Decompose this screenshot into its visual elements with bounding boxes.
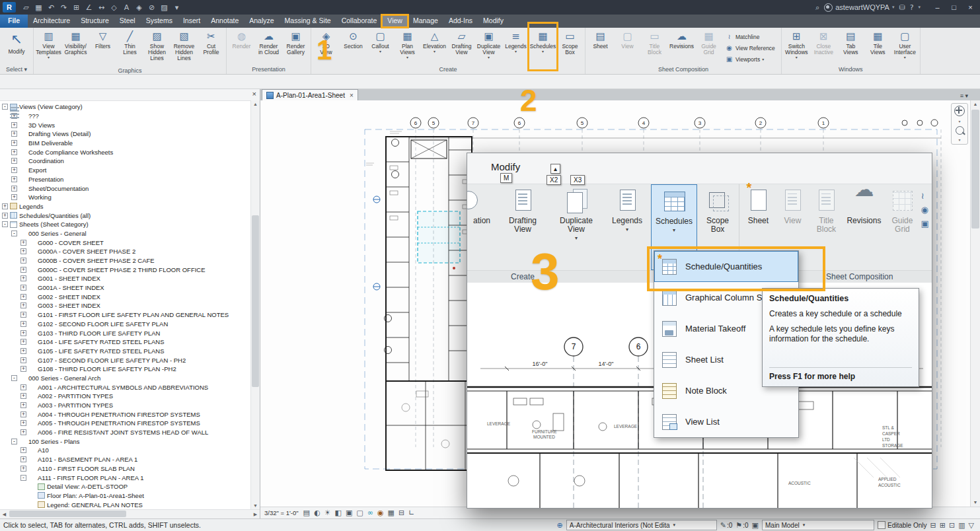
select-underlay-icon[interactable]: ▥ bbox=[958, 521, 965, 530]
tree-expander[interactable]: - bbox=[20, 475, 26, 481]
browser-close-icon[interactable]: × bbox=[252, 90, 256, 98]
tab-manage[interactable]: Manage bbox=[408, 15, 443, 28]
tree-expander[interactable]: + bbox=[11, 167, 17, 173]
reveal-hidden-elements-icon[interactable]: ◉ bbox=[377, 509, 384, 517]
tree-item[interactable]: + A004 - THROUGH PENETRATION FIRESTOP SY… bbox=[0, 409, 260, 419]
tree-expander[interactable]: - bbox=[11, 375, 17, 381]
tree-item[interactable]: + G000C - COVER SHEET PHASE 2 THIRD FLOO… bbox=[0, 265, 260, 274]
render-in-cloud-button[interactable]: ☁Render in Cloud bbox=[255, 29, 282, 60]
tab-view[interactable]: View bbox=[382, 15, 408, 28]
guide-grid-button[interactable]: Guide Grid bbox=[884, 184, 921, 270]
tab-views-button[interactable]: ▤Tab Views bbox=[837, 29, 864, 60]
tree-expander[interactable]: + bbox=[20, 357, 26, 363]
tab-steel[interactable]: Steel bbox=[114, 15, 141, 28]
tree-item[interactable]: + G104 - LIFE SAFETY RATED STEEL PLANS bbox=[0, 337, 260, 347]
tab-list-icon[interactable]: ≡ ▾ bbox=[960, 92, 968, 99]
tree-expander[interactable]: + bbox=[20, 285, 26, 291]
tree-item[interactable]: - 000 Series - General bbox=[0, 229, 260, 238]
tree-item[interactable]: - 000 Series - General Arch bbox=[0, 374, 260, 383]
browser-horizontal-scrollbar[interactable]: ◀ ▶ bbox=[0, 509, 260, 518]
tab-structure[interactable]: Structure bbox=[75, 15, 114, 28]
schedules-button[interactable]: ▦Schedules▾ bbox=[529, 29, 556, 54]
visual-style-icon[interactable]: ◐ bbox=[314, 509, 320, 517]
scroll-right-icon[interactable]: ▶ bbox=[251, 510, 260, 518]
tile-views-button[interactable]: ▦Tile Views bbox=[864, 29, 891, 60]
revisions-button[interactable]: Revisions bbox=[844, 184, 884, 270]
tree-expander[interactable]: + bbox=[20, 429, 26, 435]
customize-qat-icon[interactable]: ▾ bbox=[170, 3, 183, 12]
document-tab[interactable]: A-Plan-01-Area1-Sheet × bbox=[262, 89, 358, 100]
editing-requests-badge[interactable]: ✎:0 bbox=[720, 521, 733, 530]
close-inactive-button[interactable]: ⊠Close Inactive bbox=[810, 29, 837, 60]
tree-item[interactable]: - Views (View Category) bbox=[0, 102, 260, 112]
tree-item[interactable]: + Export bbox=[0, 166, 260, 175]
close-hidden-icon[interactable]: ▨ bbox=[158, 3, 170, 12]
tree-item[interactable]: + G002 - SHEET INDEX bbox=[0, 292, 260, 301]
help-icon[interactable]: ? bbox=[910, 3, 914, 12]
tab-insert[interactable]: Insert bbox=[178, 15, 206, 28]
remove-hidden-lines-button[interactable]: ▧Remove Hidden Lines bbox=[170, 29, 198, 66]
selection-filter-icon[interactable]: ▽ bbox=[969, 521, 974, 530]
navbar-caret-icon[interactable]: ▾ bbox=[958, 137, 960, 142]
tree-item[interactable]: + Presentation bbox=[0, 175, 260, 184]
tree-expander[interactable]: + bbox=[20, 339, 26, 345]
title-block-button[interactable]: Title Block bbox=[808, 184, 844, 270]
tree-expander[interactable]: + bbox=[2, 203, 8, 209]
navigation-wheel-button[interactable] bbox=[954, 106, 965, 116]
show-constraints-icon[interactable]: ∟ bbox=[408, 509, 414, 517]
tree-expander[interactable]: - bbox=[11, 439, 17, 444]
tree-item[interactable]: + G000B - COVER SHEET PHASE 2 CAFE bbox=[0, 256, 260, 266]
undo-icon[interactable]: ↶ bbox=[45, 3, 57, 12]
visibility-graphics-button[interactable]: ▦Visibility/ Graphics bbox=[62, 29, 89, 60]
tab-analyze[interactable]: Analyze bbox=[244, 15, 279, 28]
tree-item[interactable]: + A10 bbox=[0, 446, 260, 455]
tree-item[interactable]: + A110 - FIRST FLOOR SLAB PLAN bbox=[0, 464, 260, 474]
tab-file[interactable]: File bbox=[0, 15, 28, 28]
thin-lines-button[interactable]: ╱Thin Lines bbox=[116, 29, 143, 60]
drafting-view-button[interactable]: Drafting View bbox=[496, 184, 549, 270]
user-account-menu[interactable]: astewartWQYPA ▾ bbox=[824, 3, 894, 12]
tree-expander[interactable]: + bbox=[20, 366, 26, 372]
scroll-thumb[interactable] bbox=[971, 110, 979, 229]
scroll-thumb[interactable] bbox=[9, 511, 126, 517]
tree-expander[interactable]: + bbox=[20, 330, 26, 336]
tree-expander[interactable]: + bbox=[20, 402, 26, 408]
schedule-quantities-menu-item[interactable]: Schedule/Quantities bbox=[654, 251, 798, 282]
view-scale[interactable]: 3/32" = 1'-0" bbox=[264, 509, 299, 516]
elevation-button[interactable]: △Elevation▾ bbox=[421, 29, 448, 54]
tree-item[interactable]: + A006 - FIRE RESISTANT JOINT SYSTEMS HE… bbox=[0, 428, 260, 437]
search-icon[interactable]: ⌕ bbox=[815, 3, 819, 12]
tree-item[interactable]: + BIM Deliverable bbox=[0, 139, 260, 148]
text-icon[interactable]: A bbox=[120, 3, 133, 12]
tree-item[interactable]: + Drafting Views (Detail) bbox=[0, 129, 260, 139]
tree-expander[interactable]: + bbox=[11, 176, 17, 182]
tree-item[interactable]: + G001A - SHEET INDEX bbox=[0, 283, 260, 293]
tree-expander[interactable]: + bbox=[11, 194, 17, 200]
tab-close-icon[interactable]: × bbox=[350, 92, 354, 99]
legends-button[interactable]: ≡Legends▾ bbox=[502, 29, 529, 54]
editable-only-checkbox[interactable] bbox=[878, 521, 886, 529]
revisions-button[interactable]: ☁Revisions bbox=[668, 29, 695, 60]
scope-box-button[interactable]: ▭Scope Box bbox=[556, 29, 584, 60]
restore-button[interactable]: □ bbox=[946, 3, 962, 11]
filters-button[interactable]: ▽Filters bbox=[89, 29, 116, 54]
title-block-button[interactable]: ▭Title Block bbox=[641, 29, 668, 60]
tab-modify[interactable]: Modify bbox=[478, 15, 509, 28]
minimize-button[interactable]: – bbox=[929, 3, 946, 11]
view-button[interactable]: ▢View bbox=[614, 29, 641, 60]
open-icon[interactable]: ▱ bbox=[20, 3, 32, 12]
scroll-up-icon[interactable]: ▲ bbox=[971, 100, 980, 108]
tree-item[interactable]: + Sheet/Documentation bbox=[0, 184, 260, 193]
tree-expander[interactable]: + bbox=[20, 240, 26, 246]
tree-item[interactable]: - A111 - FIRST FLOOR PLAN - AREA 1 bbox=[0, 473, 260, 482]
tree-item[interactable]: + A003 - PARTITION TYPES bbox=[0, 401, 260, 410]
tree-item[interactable]: + Schedules/Quantities (all) bbox=[0, 211, 260, 220]
tree-expander[interactable] bbox=[30, 502, 36, 508]
viewports-button[interactable]: ▣Viewports▾ bbox=[725, 54, 777, 64]
section-button[interactable]: ⊙Section bbox=[340, 29, 367, 54]
tab-architecture[interactable]: Architecture bbox=[28, 15, 75, 28]
duplicate-view-button[interactable]: ▣Duplicate View▾ bbox=[475, 29, 502, 60]
tree-item[interactable]: + Legends bbox=[0, 202, 260, 211]
tree-expander[interactable]: + bbox=[20, 393, 26, 399]
3d-view-button[interactable]: ◈3D View▾ bbox=[313, 29, 340, 60]
